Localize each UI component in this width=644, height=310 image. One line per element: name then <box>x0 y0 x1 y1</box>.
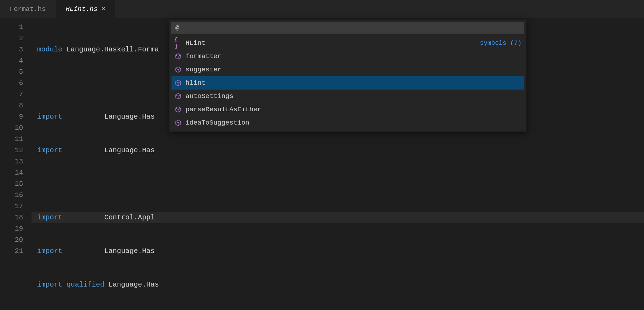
line-number: 12 <box>0 145 23 156</box>
close-icon[interactable]: × <box>102 6 105 12</box>
code-line: import qualified Language.Has <box>31 279 644 290</box>
line-number: 20 <box>0 234 23 246</box>
line-number: 13 <box>0 156 23 167</box>
quick-open-list: { } HLint symbols (7) formatter suggeste… <box>172 36 524 129</box>
tab-bar: Format.hs HLint.hs × <box>0 0 644 18</box>
gutter: 1 2 3 4 5 6 7 8 9 10 11 12 13 14 15 16 1… <box>0 18 31 310</box>
symbol-item-suggester[interactable]: suggester <box>172 63 524 76</box>
line-number: 10 <box>0 122 23 134</box>
symbol-item-formatter[interactable]: formatter <box>172 50 524 63</box>
cube-icon <box>174 106 182 113</box>
tab-format-hs[interactable]: Format.hs <box>0 0 56 18</box>
line-number: 19 <box>0 223 23 234</box>
line-number: 9 <box>0 111 23 122</box>
line-number: 6 <box>0 78 23 89</box>
symbol-item-ideatosuggestion[interactable]: ideaToSuggestion <box>172 116 524 129</box>
symbol-item-parseresultaseither[interactable]: parseResultAsEither <box>172 103 524 116</box>
cube-icon <box>174 66 182 73</box>
line-number: 18 <box>0 212 23 223</box>
editor: 1 2 3 4 5 6 7 8 9 10 11 12 13 14 15 16 1… <box>0 18 644 310</box>
symbol-item-autosettings[interactable]: autoSettings <box>172 90 524 103</box>
code-line: import Language.Has <box>31 145 644 156</box>
symbol-item-hlint[interactable]: hlint <box>172 76 524 90</box>
line-number: 15 <box>0 178 23 190</box>
line-number: 4 <box>0 55 23 66</box>
line-number: 16 <box>0 190 23 201</box>
code-line <box>31 178 644 190</box>
symbol-label: parseResultAsEither <box>186 106 522 113</box>
quick-open-panel: { } HLint symbols (7) formatter suggeste… <box>169 20 526 132</box>
symbol-label: suggester <box>186 66 522 73</box>
cube-icon <box>174 79 182 87</box>
symbol-label: hlint <box>186 79 522 87</box>
line-number: 1 <box>0 22 23 33</box>
cube-icon <box>174 92 182 100</box>
symbol-label: formatter <box>186 52 522 60</box>
symbol-label: autoSettings <box>186 92 522 100</box>
cube-icon <box>174 119 182 127</box>
tab-label: Format.hs <box>10 5 46 13</box>
tab-label: HLint.hs <box>66 5 98 13</box>
line-number: 5 <box>0 66 23 78</box>
line-number: 8 <box>0 100 23 111</box>
symbol-item-hlint-module[interactable]: { } HLint symbols (7) <box>172 36 524 50</box>
line-number: 21 <box>0 246 23 257</box>
line-number: 17 <box>0 201 23 212</box>
tab-hlint-hs[interactable]: HLint.hs × <box>56 0 115 18</box>
line-number: 2 <box>0 33 23 44</box>
code-line: import Language.Has <box>31 246 644 257</box>
cube-icon <box>174 52 182 60</box>
symbol-label: HLint <box>186 39 480 47</box>
symbols-count: symbols (7) <box>480 40 522 47</box>
quick-open-input[interactable] <box>172 22 524 34</box>
line-number: 11 <box>0 134 23 145</box>
braces-icon: { } <box>174 39 182 47</box>
line-number: 3 <box>0 44 23 55</box>
line-number: 14 <box>0 167 23 178</box>
code-line: import Control.Appl <box>31 212 644 223</box>
line-number: 7 <box>0 89 23 100</box>
symbol-label: ideaToSuggestion <box>186 119 522 127</box>
